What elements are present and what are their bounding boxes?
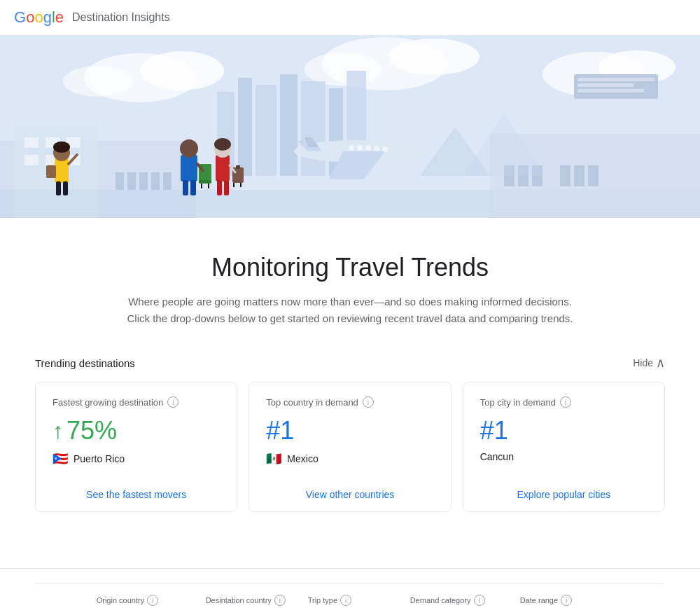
svg-rect-46 — [163, 172, 172, 190]
fastest-growing-label: Fastest growing destination — [52, 397, 163, 408]
app-header: Google Destination Insights — [0, 0, 700, 36]
demand-info-icon[interactable]: i — [474, 595, 485, 606]
fastest-movers-link[interactable]: See the fastest movers — [52, 481, 220, 500]
top-country-destination: 🇲🇽 Mexico — [266, 451, 433, 467]
svg-point-32 — [365, 145, 371, 151]
trip-type-label: Trip type i — [308, 595, 399, 606]
date-range-info-icon[interactable]: i — [561, 595, 572, 606]
destination-country-group: Desintation country i Worldwide United S… — [206, 595, 297, 608]
svg-point-5 — [388, 39, 479, 75]
top-city-label: Top city in demand — [480, 397, 556, 408]
svg-point-2 — [140, 51, 224, 90]
origin-country-group: Origin country i United States Canada Un… — [97, 595, 195, 608]
svg-rect-12 — [280, 74, 298, 176]
fastest-growing-destination: 🇵🇷 Puerto Rico — [52, 451, 220, 467]
filter-divider — [35, 583, 665, 583]
top-city-destination: Cancun — [480, 451, 648, 462]
svg-rect-41 — [588, 165, 598, 186]
svg-rect-48 — [578, 78, 654, 81]
svg-rect-66 — [190, 180, 196, 195]
fastest-growing-info-icon[interactable]: i — [167, 396, 178, 408]
filter-by-label: FILTER BY: — [35, 595, 83, 608]
svg-rect-13 — [301, 81, 326, 176]
google-logo: Google — [14, 8, 64, 27]
svg-rect-43 — [127, 172, 136, 190]
trip-type-group: Trip type i International Domestic — [308, 595, 399, 608]
fastest-growing-card: Fastest growing destination i ↑ 75% 🇵🇷 P… — [35, 382, 237, 512]
svg-rect-40 — [574, 165, 584, 186]
svg-point-6 — [304, 53, 382, 86]
svg-point-30 — [382, 146, 388, 152]
mexico-flag: 🇲🇽 — [266, 451, 281, 467]
svg-rect-75 — [217, 180, 222, 195]
filter-row: FILTER BY: Origin country i United State… — [35, 595, 665, 608]
svg-rect-45 — [151, 172, 160, 190]
svg-rect-42 — [115, 172, 124, 190]
trending-header: Trending destinations Hide ∧ — [35, 355, 665, 371]
top-country-card: Top country in demand i #1 🇲🇽 Mexico Vie… — [248, 382, 451, 512]
svg-rect-50 — [578, 89, 644, 92]
filter-bar: FILTER BY: Origin country i United State… — [0, 568, 700, 608]
top-country-info-icon[interactable]: i — [363, 396, 374, 408]
origin-info-icon[interactable]: i — [147, 595, 158, 606]
svg-rect-11 — [255, 85, 276, 176]
origin-country-label: Origin country i — [97, 595, 195, 606]
explore-cities-link[interactable]: Explore popular cities — [480, 481, 648, 500]
main-content: Monitoring Travel Trends Where people ar… — [0, 218, 700, 568]
view-countries-link[interactable]: View other countries — [266, 481, 433, 500]
trending-cards: Fastest growing destination i ↑ 75% 🇵🇷 P… — [35, 382, 665, 512]
svg-rect-61 — [199, 180, 211, 183]
svg-rect-10 — [238, 78, 252, 176]
demand-category-label: Demand category i — [410, 595, 509, 606]
svg-rect-71 — [236, 165, 240, 169]
svg-rect-58 — [181, 155, 197, 181]
hero-text-section: Monitoring Travel Trends Where people ar… — [35, 253, 665, 327]
svg-rect-18 — [24, 137, 38, 148]
hero-subtitle: Where people are going matters now more … — [35, 293, 665, 327]
destination-info-icon[interactable]: i — [274, 595, 286, 606]
svg-rect-55 — [56, 181, 61, 195]
trip-type-info-icon[interactable]: i — [340, 595, 351, 606]
svg-rect-67 — [216, 155, 230, 181]
svg-rect-39 — [560, 165, 570, 186]
svg-point-53 — [53, 141, 70, 153]
page-heading: Monitoring Travel Trends — [35, 253, 665, 282]
svg-rect-57 — [46, 165, 56, 178]
top-city-card: Top city in demand i #1 Cancun Explore p… — [463, 382, 665, 512]
svg-rect-51 — [55, 158, 69, 183]
top-country-value: #1 — [266, 416, 433, 445]
top-city-info-icon[interactable]: i — [560, 396, 571, 408]
hide-button[interactable]: Hide ∧ — [633, 355, 665, 371]
svg-rect-49 — [578, 83, 634, 87]
arrow-up-icon: ↑ — [52, 418, 64, 444]
app-title: Destination Insights — [72, 11, 170, 24]
date-range-label: Date range i — [520, 595, 670, 606]
destination-country-label: Desintation country i — [206, 595, 297, 606]
svg-rect-56 — [63, 181, 68, 195]
svg-point-31 — [374, 146, 379, 151]
svg-point-59 — [180, 139, 198, 158]
hero-illustration — [0, 36, 700, 218]
puerto-rico-flag: 🇵🇷 — [52, 451, 68, 467]
svg-point-3 — [63, 66, 133, 97]
svg-rect-21 — [24, 155, 38, 165]
trending-title: Trending destinations — [35, 357, 135, 369]
svg-point-33 — [357, 145, 363, 151]
svg-rect-76 — [224, 180, 229, 195]
fastest-growing-value: ↑ 75% — [52, 416, 220, 445]
top-city-value: #1 — [480, 416, 648, 445]
svg-point-69 — [214, 138, 231, 151]
hero-banner — [0, 36, 700, 218]
svg-point-26 — [406, 144, 431, 158]
filters-grid: Origin country i United States Canada Un… — [97, 595, 670, 608]
svg-rect-65 — [183, 180, 188, 195]
demand-category-group: Demand category i Accommodation Flights … — [410, 595, 509, 608]
chevron-up-icon: ∧ — [656, 355, 665, 371]
svg-point-34 — [349, 145, 354, 151]
top-country-label: Top country in demand — [266, 397, 358, 408]
date-range-group: Date range i → — [520, 595, 670, 608]
svg-rect-44 — [139, 172, 148, 190]
